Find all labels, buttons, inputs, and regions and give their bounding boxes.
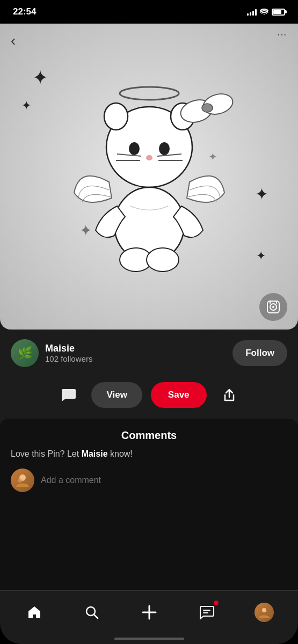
comments-prompt: Love this Pin? Let Maisie know!	[11, 449, 287, 459]
share-button[interactable]	[215, 381, 243, 409]
svg-point-9	[146, 155, 152, 160]
user-avatar	[11, 469, 34, 492]
svg-point-32	[262, 608, 266, 612]
pin-image: ✦ ✦ ✦ ✦ ✦ ✦ ‹ •••	[0, 24, 298, 330]
svg-point-7	[129, 142, 140, 155]
visual-search-button[interactable]	[259, 293, 287, 321]
add-comment-row	[11, 469, 287, 492]
svg-point-16	[147, 248, 179, 272]
comment-input[interactable]	[41, 475, 287, 485]
status-time: 22:54	[13, 6, 36, 17]
comments-title: Comments	[11, 429, 287, 442]
svg-point-6	[202, 104, 213, 112]
status-bar: 22:54	[0, 0, 298, 24]
comments-mention: Maisie	[82, 449, 108, 458]
bottom-nav	[0, 590, 298, 633]
home-icon	[27, 605, 42, 620]
sparkle-decoration-1: ✦	[32, 67, 48, 89]
back-button[interactable]: ‹	[11, 32, 16, 49]
comment-icon	[61, 387, 77, 403]
svg-point-8	[159, 142, 170, 155]
author-name: Maisie	[45, 343, 226, 354]
share-icon	[222, 387, 237, 402]
search-icon	[84, 605, 99, 620]
follow-button[interactable]: Follow	[232, 340, 287, 366]
svg-point-25	[18, 478, 22, 482]
author-avatar[interactable]: 🌿	[11, 339, 39, 367]
nav-messages[interactable]	[191, 596, 223, 628]
battery-icon	[272, 9, 285, 16]
svg-point-0	[120, 87, 179, 100]
lens-icon	[266, 300, 280, 314]
add-icon	[141, 604, 158, 621]
action-row: View Save	[0, 377, 298, 419]
profile-avatar-icon	[258, 606, 271, 619]
nav-add[interactable]	[133, 596, 165, 628]
signal-bars-icon	[247, 8, 257, 16]
author-followers: 102 followers	[45, 354, 226, 363]
more-options-button[interactable]: •••	[278, 32, 287, 37]
home-indicator	[0, 633, 298, 644]
nav-search[interactable]	[76, 596, 108, 628]
svg-point-2	[104, 103, 128, 130]
svg-point-21	[272, 306, 274, 308]
wifi-icon	[260, 8, 268, 16]
messages-notification-dot	[214, 601, 219, 605]
author-info: Maisie 102 followers	[45, 343, 226, 363]
bottom-panel: 🌿 Maisie 102 followers Follow View Save	[0, 330, 298, 590]
sparkle-decoration-4: ✦	[256, 249, 266, 263]
svg-line-27	[94, 614, 98, 618]
comments-section: Comments Love this Pin? Let Maisie know!	[0, 419, 298, 590]
user-avatar-icon	[15, 473, 30, 488]
svg-text:✦: ✦	[208, 151, 217, 163]
profile-avatar	[255, 603, 274, 622]
nav-home[interactable]	[18, 596, 50, 628]
nav-profile[interactable]	[248, 596, 280, 628]
messages-icon	[199, 605, 214, 620]
status-icons	[247, 8, 285, 16]
comment-icon-button[interactable]	[55, 381, 83, 409]
author-row: 🌿 Maisie 102 followers Follow	[0, 330, 298, 377]
save-button[interactable]: Save	[151, 382, 207, 408]
svg-text:✦: ✦	[79, 222, 92, 239]
view-button[interactable]: View	[91, 382, 142, 408]
hello-kitty-illustration: ✦ ✦	[47, 64, 251, 289]
sparkle-decoration-3: ✦	[255, 185, 268, 203]
sparkle-decoration-2: ✦	[21, 99, 31, 113]
phone-shell: 22:54	[0, 0, 298, 644]
